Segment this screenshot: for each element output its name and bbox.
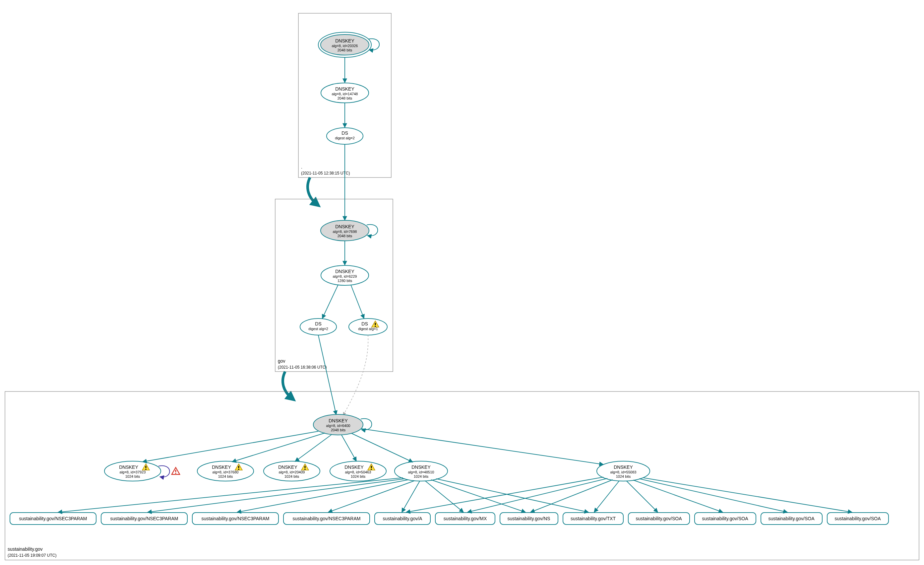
rrset-label: sustainability.gov/NSEC3PARAM	[110, 516, 178, 521]
svg-text:2048 bits: 2048 bits	[338, 234, 352, 238]
svg-text:2048 bits: 2048 bits	[338, 48, 352, 52]
svg-text:alg=8, id=20409: alg=8, id=20409	[279, 470, 305, 474]
svg-text:digest alg=2: digest alg=2	[335, 136, 355, 140]
rrset-label: sustainability.gov/NSEC3PARAM	[202, 516, 270, 521]
svg-text:DNSKEY: DNSKEY	[335, 38, 354, 44]
svg-text:1024 bits: 1024 bits	[616, 475, 631, 478]
dnssec-diagram: . (2021-11-05 12:38:15 UTC) DNSKEY alg=8…	[0, 0, 924, 565]
zone-root-timestamp: (2021-11-05 12:38:15 UTC)	[301, 171, 350, 176]
svg-text:2048 bits: 2048 bits	[331, 428, 346, 432]
node-sust-k37680: DNSKEY alg=8, id=37680 1024 bits	[197, 461, 254, 481]
node-sust-k50463: DNSKEY alg=8, id=50463 1024 bits	[330, 461, 386, 481]
node-sust-ksk: DNSKEY alg=8, id=6400 2048 bits	[313, 415, 372, 435]
node-sust-k20409: DNSKEY alg=8, id=20409 1024 bits	[264, 461, 320, 481]
zone-gov: gov (2021-11-05 16:38:06 UTC) DNSKEY alg…	[275, 144, 393, 371]
svg-text:alg=8, id=37923: alg=8, id=37923	[120, 470, 146, 474]
rrset-row: sustainability.gov/NSEC3PARAM sustainabi…	[10, 512, 888, 524]
rrset-label: sustainability.gov/SOA	[834, 516, 881, 521]
svg-text:1024 bits: 1024 bits	[414, 475, 429, 478]
node-root-ds: DS digest alg=2	[327, 128, 363, 144]
node-gov-ksk: DNSKEY alg=8, id=7698 2048 bits	[321, 220, 378, 241]
rrset-label: sustainability.gov/A	[383, 516, 422, 521]
node-gov-ds2: DS digest alg=2	[300, 319, 336, 335]
svg-text:DNSKEY: DNSKEY	[345, 464, 364, 470]
svg-text:alg=8, id=50463: alg=8, id=50463	[345, 470, 371, 474]
svg-text:DNSKEY: DNSKEY	[335, 224, 354, 229]
rrset-label: sustainability.gov/SOA	[702, 516, 748, 521]
svg-text:DNSKEY: DNSKEY	[411, 464, 430, 470]
svg-text:DNSKEY: DNSKEY	[614, 464, 633, 470]
svg-text:alg=8, id=48510: alg=8, id=48510	[408, 470, 434, 474]
svg-text:DNSKEY: DNSKEY	[278, 464, 297, 470]
zone-gov-timestamp: (2021-11-05 16:38:06 UTC)	[278, 365, 327, 370]
zone-sust-timestamp: (2021-11-05 19:09:07 UTC)	[8, 553, 56, 558]
svg-text:alg=8, id=14748: alg=8, id=14748	[332, 92, 358, 96]
delegation-arrow-gov-sust	[283, 371, 292, 398]
node-root-zsk: DNSKEY alg=8, id=14748 2048 bits	[321, 83, 369, 103]
rrset-label: sustainability.gov/NSEC3PARAM	[293, 516, 361, 521]
zone-gov-label: gov	[278, 358, 285, 364]
svg-text:1024 bits: 1024 bits	[218, 475, 233, 478]
node-gov-ds1: DS digest alg=1	[349, 319, 387, 335]
svg-text:alg=8, id=7698: alg=8, id=7698	[333, 230, 357, 234]
node-gov-zsk: DNSKEY alg=8, id=6229 1280 bits	[321, 265, 369, 286]
svg-text:1024 bits: 1024 bits	[285, 475, 299, 478]
svg-text:DS: DS	[315, 321, 321, 326]
svg-text:DS: DS	[362, 321, 368, 326]
svg-text:2048 bits: 2048 bits	[338, 96, 352, 100]
svg-text:1280 bits: 1280 bits	[338, 279, 352, 282]
svg-text:digest alg=2: digest alg=2	[308, 327, 328, 331]
svg-text:DNSKEY: DNSKEY	[328, 418, 348, 423]
svg-text:DNSKEY: DNSKEY	[212, 464, 231, 470]
svg-text:DNSKEY: DNSKEY	[335, 86, 354, 92]
error-icon	[172, 467, 180, 475]
rrset-label: sustainability.gov/NSEC3PARAM	[19, 516, 87, 521]
delegation-arrow-root-gov	[308, 177, 316, 204]
svg-text:alg=8, id=37680: alg=8, id=37680	[213, 470, 239, 474]
svg-text:alg=8, id=55083: alg=8, id=55083	[610, 470, 636, 474]
svg-text:alg=8, id=20326: alg=8, id=20326	[332, 44, 358, 48]
rrset-label: sustainability.gov/SOA	[636, 516, 682, 521]
node-sust-k55083: DNSKEY alg=8, id=55083 1024 bits	[597, 461, 650, 481]
rrset-label: sustainability.gov/TXT	[571, 516, 616, 521]
node-sust-k37923: DNSKEY alg=8, id=37923 1024 bits	[104, 461, 180, 481]
svg-text:alg=8, id=6229: alg=8, id=6229	[333, 274, 357, 278]
zone-root-label: .	[301, 164, 302, 170]
node-root-ksk: DNSKEY alg=8, id=20326 2048 bits	[318, 32, 379, 57]
svg-text:1024 bits: 1024 bits	[125, 475, 140, 478]
svg-text:DNSKEY: DNSKEY	[119, 464, 138, 470]
rrset-label: sustainability.gov/MX	[444, 516, 487, 521]
rrset-label: sustainability.gov/NS	[508, 516, 550, 521]
svg-text:alg=8, id=6400: alg=8, id=6400	[326, 424, 350, 428]
svg-text:digest alg=1: digest alg=1	[358, 327, 378, 331]
svg-text:DNSKEY: DNSKEY	[335, 269, 354, 274]
zone-sust: sustainability.gov (2021-11-05 19:09:07 …	[5, 335, 919, 560]
svg-text:DS: DS	[342, 131, 348, 136]
svg-text:1024 bits: 1024 bits	[351, 475, 366, 478]
zone-sust-label: sustainability.gov	[8, 546, 43, 552]
rrset-label: sustainability.gov/SOA	[768, 516, 814, 521]
